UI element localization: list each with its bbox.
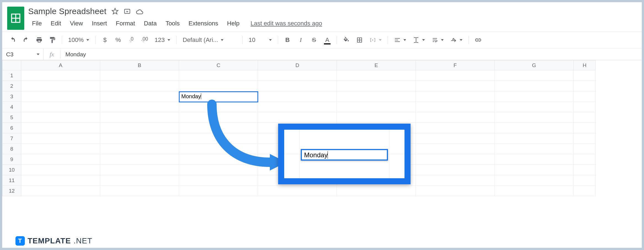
col-header-D[interactable]: D [258, 60, 337, 70]
name-box[interactable]: C3 [2, 49, 44, 60]
font-family-dropdown[interactable]: Default (Ari... [180, 34, 238, 46]
text-color-button[interactable]: A [322, 34, 333, 46]
cell[interactable] [416, 70, 495, 81]
cell[interactable] [179, 102, 258, 112]
borders-button[interactable] [354, 34, 365, 46]
cell[interactable] [100, 102, 179, 112]
cell[interactable] [416, 112, 495, 123]
cell[interactable] [495, 165, 574, 175]
cell[interactable] [574, 165, 596, 175]
row-header[interactable]: 7 [2, 133, 21, 144]
col-header-F[interactable]: F [416, 60, 495, 70]
col-header-G[interactable]: G [495, 60, 574, 70]
cell[interactable] [574, 144, 596, 154]
star-icon[interactable] [111, 8, 119, 15]
cell[interactable] [258, 70, 337, 81]
row-header[interactable]: 12 [2, 186, 21, 196]
menu-file[interactable]: File [28, 18, 46, 29]
cloud-status-icon[interactable] [136, 7, 143, 15]
cell[interactable] [21, 102, 100, 112]
cell[interactable] [258, 112, 337, 123]
vertical-align-dropdown[interactable] [411, 34, 427, 46]
cell[interactable] [179, 154, 258, 165]
cell[interactable] [100, 70, 179, 81]
cell[interactable] [100, 81, 179, 91]
cell[interactable] [179, 70, 258, 81]
bold-button[interactable]: B [282, 34, 293, 46]
decrease-decimal-button[interactable]: .0← [126, 34, 137, 46]
cell[interactable] [337, 91, 416, 102]
cell[interactable] [495, 81, 574, 91]
row-header[interactable]: 6 [2, 123, 21, 133]
row-header[interactable]: 11 [2, 175, 21, 186]
cell[interactable] [21, 144, 100, 154]
cell[interactable] [574, 112, 596, 123]
horizontal-align-dropdown[interactable] [392, 34, 408, 46]
formula-input[interactable]: Monday [65, 51, 86, 58]
spreadsheet-grid[interactable]: A B C D E F G H 1 2 3 4 5 6 7 8 9 10 11 … [2, 60, 642, 248]
cell[interactable] [21, 175, 100, 186]
menu-data[interactable]: Data [140, 18, 160, 29]
cell[interactable] [100, 144, 179, 154]
row-header[interactable]: 9 [2, 154, 21, 165]
cell[interactable] [495, 186, 574, 196]
select-all-corner[interactable] [2, 60, 21, 70]
italic-button[interactable]: I [295, 34, 306, 46]
redo-button[interactable] [20, 34, 31, 46]
cell[interactable] [258, 102, 337, 112]
merge-cells-dropdown[interactable] [367, 34, 384, 46]
cell[interactable] [179, 112, 258, 123]
cell[interactable] [258, 91, 337, 102]
cell[interactable] [179, 81, 258, 91]
paint-format-button[interactable] [47, 34, 58, 46]
cell[interactable] [337, 81, 416, 91]
cell[interactable] [495, 123, 574, 133]
cell[interactable] [179, 186, 258, 196]
col-header-A[interactable]: A [21, 60, 100, 70]
strikethrough-button[interactable]: S [308, 34, 320, 46]
cell[interactable] [495, 175, 574, 186]
cell[interactable] [416, 144, 495, 154]
cell[interactable] [416, 123, 495, 133]
cell[interactable] [495, 70, 574, 81]
cell[interactable] [337, 70, 416, 81]
cell[interactable] [574, 70, 596, 81]
cell[interactable] [21, 81, 100, 91]
cell[interactable] [416, 175, 495, 186]
cell[interactable] [416, 186, 495, 196]
menu-help[interactable]: Help [223, 18, 243, 29]
col-header-E[interactable]: E [337, 60, 416, 70]
fill-color-button[interactable] [341, 34, 352, 46]
cell[interactable] [21, 70, 100, 81]
print-button[interactable] [34, 34, 45, 46]
percent-button[interactable]: % [113, 34, 124, 46]
menu-edit[interactable]: Edit [47, 18, 65, 29]
more-formats-dropdown[interactable]: 123 [152, 34, 172, 46]
menu-insert[interactable]: Insert [88, 18, 111, 29]
text-rotation-dropdown[interactable] [448, 34, 465, 46]
cell[interactable] [21, 123, 100, 133]
cell[interactable] [100, 175, 179, 186]
cell[interactable] [179, 133, 258, 144]
cell[interactable] [100, 154, 179, 165]
zoom-dropdown[interactable]: 100% [66, 34, 91, 46]
cell[interactable] [179, 123, 258, 133]
cell[interactable] [100, 91, 179, 102]
menu-view[interactable]: View [66, 18, 87, 29]
cell[interactable] [495, 133, 574, 144]
cell[interactable] [495, 91, 574, 102]
cell[interactable] [21, 91, 100, 102]
col-header-B[interactable]: B [100, 60, 179, 70]
row-header[interactable]: 2 [2, 81, 21, 91]
row-header[interactable]: 10 [2, 165, 21, 175]
cell[interactable] [100, 112, 179, 123]
cell[interactable] [337, 102, 416, 112]
row-header[interactable]: 5 [2, 112, 21, 123]
cell[interactable] [574, 102, 596, 112]
col-header-C[interactable]: C [179, 60, 258, 70]
cell[interactable] [574, 91, 596, 102]
last-edit-link[interactable]: Last edit was seconds ago [251, 20, 322, 27]
cell[interactable] [21, 154, 100, 165]
cell[interactable] [179, 175, 258, 186]
cell[interactable] [179, 165, 258, 175]
